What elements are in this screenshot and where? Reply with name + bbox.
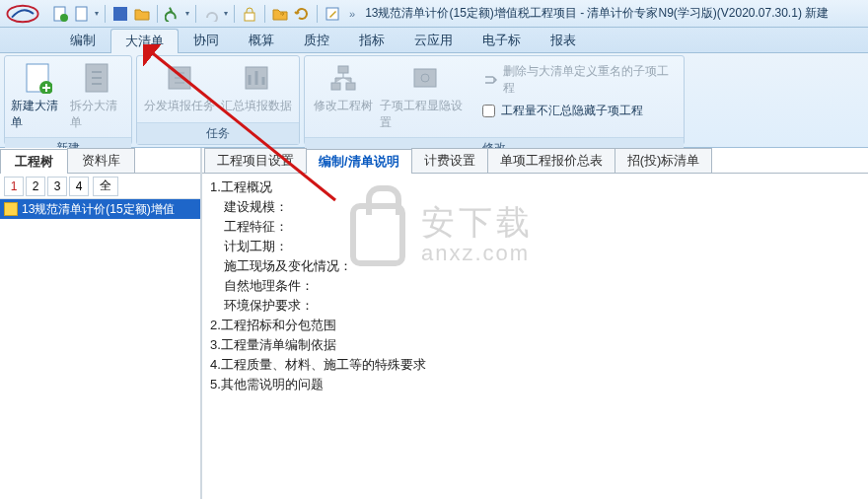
ribbon-tab-daqingdan[interactable]: 大清单 [110, 29, 179, 53]
project-tree: 13规范清单计价(15定额)增值 [0, 199, 200, 499]
split-list-button[interactable]: 拆分大清单 [68, 58, 127, 135]
btn-label: 分发填报任务 [144, 98, 215, 114]
tab-project-settings[interactable]: 工程项目设置 [204, 148, 307, 173]
tree-item-label: 13规范清单计价(15定额)增值 [22, 201, 175, 218]
ribbon-tab-zhikong[interactable]: 质控 [289, 28, 344, 52]
doc-line: 2.工程招标和分包范围 [210, 316, 860, 335]
svg-rect-13 [338, 66, 348, 73]
separator [157, 5, 158, 23]
svg-point-17 [421, 74, 429, 82]
page-numbers: 1 2 3 4 全 [0, 174, 200, 199]
new-list-button[interactable]: 新建大清单 [9, 58, 68, 135]
qat-redo-icon[interactable] [200, 3, 222, 25]
page-4[interactable]: 4 [69, 177, 89, 196]
separator [234, 5, 235, 23]
qat-open-icon[interactable] [131, 3, 153, 25]
qat-new-icon[interactable] [49, 3, 71, 25]
doc-line: 计划工期： [210, 237, 860, 256]
qat-dropdown-icon[interactable]: ▾ [222, 9, 230, 18]
tab-fee-settings[interactable]: 计费设置 [411, 148, 488, 173]
qat-dropdown-icon[interactable]: ▾ [93, 9, 101, 18]
separator [105, 5, 106, 23]
new-doc-icon [23, 62, 54, 94]
split-icon [82, 62, 113, 94]
ribbon-tab-yunyingyong[interactable]: 云应用 [399, 28, 468, 52]
no-summary-checkbox[interactable]: 工程量不汇总隐藏子项工程 [476, 100, 676, 122]
chk-label: 工程量不汇总隐藏子项工程 [501, 103, 643, 119]
tab-library[interactable]: 资料库 [67, 148, 135, 173]
qat-save-icon[interactable] [109, 3, 131, 25]
arrow-icon [482, 72, 497, 88]
right-panel: 工程项目设置 编制/清单说明 计费设置 单项工程报价总表 招(投)标清单 1.工… [202, 148, 868, 499]
qat-dropdown-icon[interactable]: ▾ [183, 9, 191, 18]
summary-icon [241, 62, 272, 94]
separator [264, 5, 265, 23]
qat-overflow-icon[interactable]: » [349, 8, 355, 20]
ribbon-group-modify: 修改工程树 子项工程显隐设置 删除与大清单定义重名的子项工程 工程量不汇总隐藏子… [304, 55, 685, 145]
visibility-button[interactable]: 子项工程显隐设置 [378, 58, 472, 135]
left-panel: 工程树 资料库 1 2 3 4 全 13规范清单计价(15定额)增值 [0, 148, 202, 499]
separator [317, 5, 318, 23]
ribbon-tab-bianzhi[interactable]: 编制 [55, 28, 110, 52]
qat-export-icon[interactable] [269, 3, 291, 25]
tab-bid-list[interactable]: 招(投)标清单 [615, 148, 713, 173]
doc-line: 建设规模： [210, 197, 860, 217]
ribbon-tab-baobiao[interactable]: 报表 [536, 28, 591, 52]
doc-line: 5.其他需说明的问题 [210, 375, 860, 394]
page-3[interactable]: 3 [47, 177, 67, 196]
doc-line: 工程特征： [210, 217, 860, 237]
folder-icon [4, 202, 18, 216]
ribbon-tab-gaisuan[interactable]: 概算 [234, 28, 289, 52]
checkbox-input[interactable] [482, 105, 495, 117]
quick-access-toolbar: ▾ ▾ ▾ » 13规范清单计价(15定额)增值税工程项目 - 清单计价专家N9… [0, 0, 868, 28]
svg-rect-15 [346, 83, 355, 90]
tab-project-tree[interactable]: 工程树 [0, 149, 68, 174]
separator [195, 5, 196, 23]
tree-item-selected[interactable]: 13规范清单计价(15定额)增值 [0, 199, 200, 219]
left-tabs: 工程树 资料库 [0, 148, 200, 174]
btn-label: 子项工程显隐设置 [380, 98, 470, 131]
ribbon-tab-dianzibiao[interactable]: 电子标 [468, 28, 536, 52]
tab-edit-description[interactable]: 编制/清单说明 [306, 149, 412, 174]
qat-refresh-icon[interactable] [291, 3, 313, 25]
doc-line: 3.工程量清单编制依据 [210, 335, 860, 355]
ribbon-body: 新建大清单 拆分大清单 新建 分发填报任务 汇 [0, 53, 868, 148]
doc-line: 1.工程概况 [210, 178, 860, 197]
doc-line: 环境保护要求： [210, 296, 860, 316]
ribbon-group-task: 分发填报任务 汇总填报数据 任务 [136, 55, 300, 145]
ribbon-group-new: 新建大清单 拆分大清单 新建 [4, 55, 132, 145]
summary-data-button[interactable]: 汇总填报数据 [218, 58, 295, 118]
doc-line: 自然地理条件： [210, 276, 860, 296]
page-1[interactable]: 1 [4, 177, 24, 196]
svg-rect-5 [116, 8, 124, 13]
ribbon-tab-zhibiao[interactable]: 指标 [344, 28, 399, 52]
qat-lock-icon[interactable] [239, 3, 260, 25]
visibility-icon [409, 62, 441, 94]
btn-label: 修改工程树 [314, 98, 373, 114]
delete-dup-link[interactable]: 删除与大清单定义重名的子项工程 [476, 60, 676, 100]
right-tabs: 工程项目设置 编制/清单说明 计费设置 单项工程报价总表 招(投)标清单 [202, 148, 868, 174]
qat-edit-icon[interactable] [322, 3, 343, 25]
doc-line: 施工现场及变化情况： [210, 256, 860, 276]
page-all[interactable]: 全 [93, 177, 118, 196]
svg-rect-3 [76, 7, 87, 21]
tab-quote-summary[interactable]: 单项工程报价总表 [487, 148, 615, 173]
document-content[interactable]: 1.工程概况 建设规模： 工程特征： 计划工期： 施工现场及变化情况： 自然地理… [202, 174, 868, 499]
svg-rect-6 [245, 13, 254, 21]
modify-tree-button[interactable]: 修改工程树 [309, 58, 378, 118]
doc-line: 4.工程质量、材料、施工等的特殊要求 [210, 355, 860, 375]
group-label: 任务 [137, 122, 299, 144]
ribbon-tabs: 编制 大清单 协同 概算 质控 指标 云应用 电子标 报表 [0, 28, 868, 53]
page-2[interactable]: 2 [26, 177, 45, 196]
svg-rect-14 [331, 83, 340, 90]
btn-label: 新建大清单 [11, 98, 66, 131]
qat-new-page-icon[interactable] [71, 3, 93, 25]
tree-icon [327, 62, 359, 94]
dispatch-task-button[interactable]: 分发填报任务 [141, 58, 218, 118]
qat-undo-icon[interactable] [162, 3, 183, 25]
dispatch-icon [164, 62, 195, 94]
ribbon-tab-xietong[interactable]: 协同 [179, 28, 234, 52]
btn-label: 拆分大清单 [70, 98, 125, 131]
link-label: 删除与大清单定义重名的子项工程 [503, 63, 670, 97]
app-logo [4, 3, 41, 25]
